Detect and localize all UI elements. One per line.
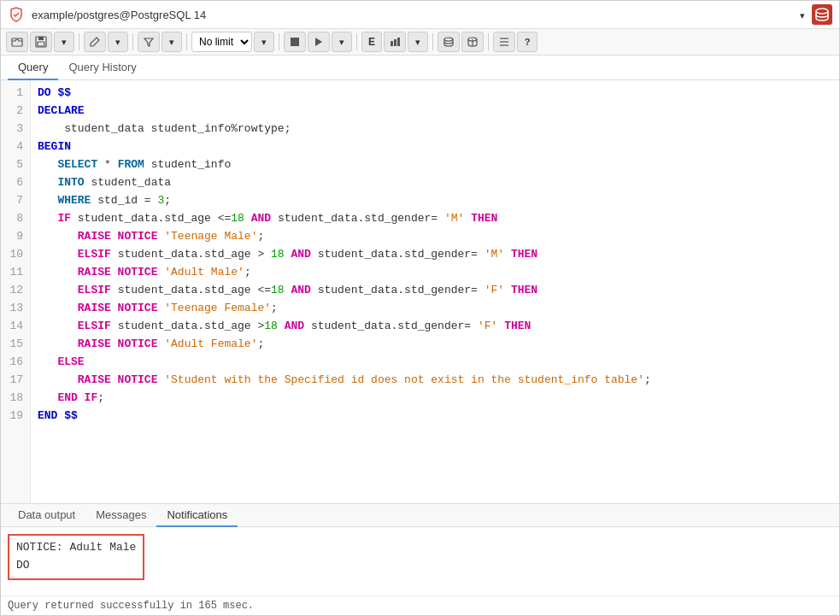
code-line: RAISE NOTICE 'Adult Female'; [38,335,832,353]
svg-rect-8 [394,39,397,46]
edit-dropdown-button[interactable]: ▾ [108,32,128,52]
tab-query[interactable]: Query [8,56,58,80]
filter-button[interactable] [138,32,160,52]
svg-rect-3 [38,37,44,40]
bottom-content: NOTICE: Adult Male DO [1,527,839,595]
chart-dropdown-button[interactable]: ▾ [408,32,428,52]
svg-rect-5 [291,38,299,46]
code-line: student_data student_info%rowtype; [38,120,832,138]
notice-line1: NOTICE: Adult Male [16,539,136,557]
query-tab-bar: Query Query History [1,56,839,80]
limit-select[interactable]: No limit 100 500 1000 [191,32,252,52]
explain-button[interactable]: E [361,32,382,52]
edit-button[interactable] [84,32,106,52]
sep2 [132,33,133,50]
title-bar: example/postgres@PostgreSQL 14 [1,1,839,29]
code-line: END $$ [38,407,832,425]
code-line: SELECT * FROM student_info [38,155,832,173]
sep6 [432,33,433,50]
run-dropdown-button[interactable]: ▾ [332,32,352,52]
code-line: ELSE [38,353,832,371]
code-line: ELSIF student_data.std_age <=18 AND stud… [38,281,832,299]
chart-button[interactable] [384,32,406,52]
filter-dropdown-button[interactable]: ▾ [162,32,182,52]
svg-point-10 [444,38,453,41]
save-button[interactable] [30,32,52,52]
db-icon [812,4,832,25]
sep7 [488,33,489,50]
save-dropdown-button[interactable]: ▾ [54,32,74,52]
tab-data-output[interactable]: Data output [8,504,85,527]
code-line: ELSIF student_data.std_age > 18 AND stud… [38,245,832,263]
status-bar: Query returned successfully in 165 msec. [1,595,839,615]
db2-button[interactable] [461,32,484,52]
list-button[interactable] [493,32,515,52]
notice-box: NOTICE: Adult Male DO [8,534,144,580]
bottom-tab-bar: Data output Messages Notifications [1,504,839,527]
code-line: BEGIN [38,138,832,155]
code-line: IF student_data.std_age <=18 AND student… [38,209,832,227]
tab-messages[interactable]: Messages [85,504,156,527]
svg-rect-7 [391,41,393,46]
tab-query-history[interactable]: Query History [58,56,146,80]
toolbar: ▾ ▾ ▾ No limit 100 500 1000 ▾ ▾ E [1,29,839,56]
code-editor: 12345 678910 1112131415 16171819 DO $$ D… [1,80,839,503]
notice-line2: DO [16,557,136,575]
svg-point-0 [816,9,828,14]
run-button[interactable] [308,32,330,52]
svg-marker-6 [315,38,322,46]
code-line: RAISE NOTICE 'Adult Male'; [38,263,832,281]
app-icon [8,6,25,23]
bottom-panel: Data output Messages Notifications NOTIC… [1,503,839,615]
sep4 [279,33,279,50]
tab-notifications[interactable]: Notifications [156,504,238,527]
db1-button[interactable] [438,32,460,52]
open-file-button[interactable] [6,32,28,52]
code-lines[interactable]: DO $$ DECLARE student_data student_info%… [31,80,839,503]
svg-rect-4 [38,42,44,46]
sep5 [356,33,357,50]
code-line: END IF; [38,389,832,407]
sep3 [186,33,187,50]
code-content[interactable]: 12345 678910 1112131415 16171819 DO $$ D… [1,80,839,503]
code-line: RAISE NOTICE 'Teenage Female'; [38,299,832,317]
limit-dropdown-button[interactable]: ▾ [254,32,274,52]
code-line: RAISE NOTICE 'Teenage Male'; [38,227,832,245]
stop-button[interactable] [284,32,306,52]
connection-dropdown[interactable] [800,9,805,21]
svg-rect-9 [397,38,400,46]
sep1 [79,33,79,50]
main-window: example/postgres@PostgreSQL 14 ▾ ▾ [0,0,840,616]
line-numbers: 12345 678910 1112131415 16171819 [1,80,31,503]
code-line: ELSIF student_data.std_age >18 AND stude… [38,317,832,335]
code-line: RAISE NOTICE 'Student with the Specified… [38,371,832,389]
code-line: DECLARE [38,102,832,120]
code-line: WHERE std_id = 3; [38,191,832,209]
help-button[interactable]: ? [517,32,537,52]
connection-label: example/postgres@PostgreSQL 14 [32,9,793,21]
code-line: INTO student_data [38,173,832,191]
status-text: Query returned successfully in 165 msec. [8,600,254,612]
code-line: DO $$ [38,84,832,102]
